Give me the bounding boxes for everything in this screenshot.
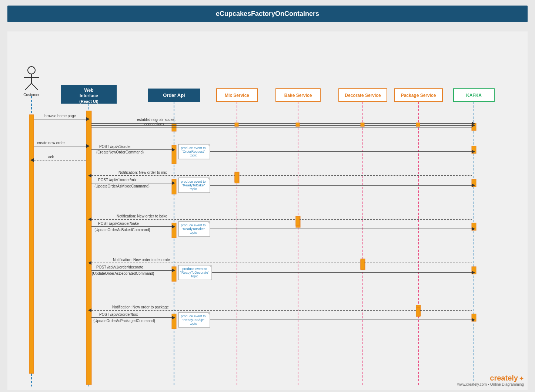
act-order-1 — [172, 124, 176, 131]
svg-text:Decorate Service: Decorate Service — [345, 93, 381, 98]
lifeline-customer: Customer — [23, 67, 40, 97]
label-dec-command: {UpdateOrderAsDecoratedCommand} — [92, 271, 154, 276]
label-pkg-command: {UpdateOrderAsPackagedCommand} — [93, 319, 155, 323]
svg-text:produce event to: produce event to — [181, 314, 205, 318]
svg-text:"ReadyToBake": "ReadyToBake" — [182, 183, 205, 187]
title-bar: eCupcakesFactoryOnContainers — [7, 6, 528, 22]
lifeline-order-api: Order Api — [148, 89, 200, 102]
activation-web-main — [86, 111, 91, 385]
act-order-2 — [172, 145, 176, 164]
act-pkg-notify — [416, 307, 420, 317]
main-container: eCupcakesFactoryOnContainers Customer We… — [0, 6, 535, 392]
creately-brand: creately — [490, 374, 518, 382]
svg-text:Order Api: Order Api — [163, 92, 185, 98]
lifeline-kafka: KAFKA — [454, 89, 494, 102]
svg-text:KAFKA: KAFKA — [466, 93, 482, 98]
lifeline-web: Web Interface (React UI) — [61, 85, 117, 104]
label-bake-command: {UpdateOrderAsBakedCommand} — [94, 228, 150, 232]
label-ack: ack — [48, 155, 54, 159]
act-mix-notify — [235, 173, 238, 182]
label-post-dec: POST /api/v1/order/decorate — [96, 265, 144, 269]
lifeline-decorate: Decorate Service — [339, 89, 387, 102]
svg-text:(React UI): (React UI) — [79, 99, 98, 104]
svg-text:"ReadyToBake": "ReadyToBake" — [182, 227, 205, 231]
creately-tagline: www.creately.com • Online Diagramming — [457, 382, 524, 386]
svg-text:"ReadyToShip": "ReadyToShip" — [182, 318, 204, 322]
svg-text:topic: topic — [190, 231, 197, 234]
svg-text:topic: topic — [190, 187, 197, 191]
svg-text:produce event to: produce event to — [182, 267, 207, 271]
lifeline-bake: Bake Service — [276, 89, 320, 102]
svg-line-4 — [31, 83, 38, 90]
svg-point-0 — [28, 67, 35, 74]
act-bake-notify — [296, 216, 300, 226]
label-mix-command: {UpdateOrderAsMixedCommand} — [94, 184, 150, 188]
lifeline-mix: Mix Service — [217, 89, 257, 102]
creately-icon: ✦ — [519, 375, 524, 382]
diagram-area: Customer Web Interface (React UI) Order … — [7, 31, 528, 390]
svg-text:Interface: Interface — [80, 93, 98, 98]
stop-mix-signalr — [235, 123, 238, 126]
lifeline-package: Package Service — [394, 89, 442, 102]
stop-pkg-signalr — [416, 123, 420, 126]
label-notify-dec: Notification: New order to decorate — [113, 258, 170, 262]
stop-dec-signalr — [361, 123, 364, 126]
label-notify-pkg: Notification: New order to package — [112, 305, 169, 309]
label-browse: browse home page — [44, 114, 76, 118]
label-notify-bake: Notification: New order to bake — [117, 214, 167, 218]
svg-text:Package Service: Package Service — [401, 93, 436, 98]
svg-text:"OrderRequest": "OrderRequest" — [182, 150, 205, 153]
label-post-order: POST /api/v1/order — [99, 145, 131, 149]
label-create-command: {CreateNewOrderCommand} — [96, 150, 144, 154]
diagram-svg: Customer Web Interface (React UI) Order … — [7, 31, 528, 390]
label-signalr-2: connections — [144, 122, 164, 126]
label-signalr-1: establish signalr-socket- — [137, 118, 177, 122]
act-dec-notify — [361, 260, 364, 269]
svg-text:topic: topic — [190, 322, 197, 325]
diagram-title: eCupcakesFactoryOnContainers — [216, 10, 319, 17]
svg-text:produce event to: produce event to — [181, 223, 205, 227]
svg-text:Bake Service: Bake Service — [284, 93, 312, 98]
svg-text:Mix Service: Mix Service — [225, 93, 249, 98]
label-post-bake: POST /api/v1/order/bake — [98, 222, 139, 226]
label-post-box: POST /api/v1/order/box — [99, 312, 138, 317]
svg-text:topic: topic — [190, 153, 197, 157]
svg-text:"ReadyToDecorate": "ReadyToDecorate" — [180, 271, 209, 274]
label-notify-mix: Notification: New order to mix — [118, 170, 167, 175]
label-post-mix: POST /api/v1/order/mix — [98, 178, 137, 182]
svg-text:produce event to: produce event to — [181, 146, 205, 150]
svg-line-3 — [25, 83, 31, 90]
activation-customer — [29, 115, 34, 374]
label-create-order: create new order — [37, 141, 65, 145]
svg-text:produce event to: produce event to — [181, 180, 205, 183]
svg-text:Web: Web — [84, 88, 93, 93]
creately-logo: creately ✦ www.creately.com • Online Dia… — [457, 374, 524, 386]
stop-bake-signalr — [296, 123, 300, 126]
svg-text:topic: topic — [191, 274, 198, 278]
